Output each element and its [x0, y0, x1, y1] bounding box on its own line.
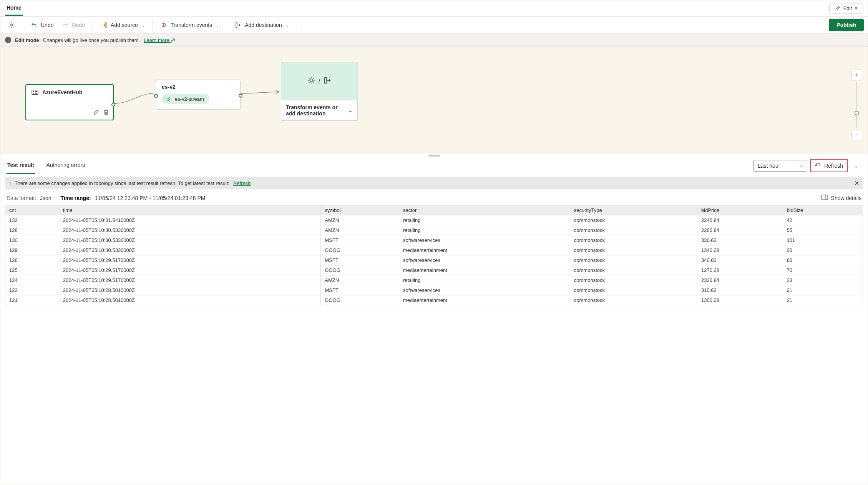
table-cell: 2024-11-05T05:10:31.5410000Z — [59, 215, 321, 225]
node-destination-placeholder[interactable]: / Transform events or add destination ⌄ — [281, 62, 358, 121]
node-source[interactable]: AzureEventHub — [25, 84, 114, 120]
table-row[interactable]: 1282024-11-05T05:10:30.5330000ZAMZNretai… — [5, 225, 863, 235]
svg-point-0 — [11, 24, 13, 26]
svg-rect-9 — [324, 77, 326, 83]
table-cell: AMZN — [321, 225, 399, 235]
table-row[interactable]: 1292024-11-05T05:10:30.5330000ZGOOGmedia… — [5, 245, 863, 255]
transform-events-button[interactable]: Transform events ⌄ — [158, 19, 222, 31]
column-header[interactable]: bidPrice — [697, 205, 783, 215]
redo-button[interactable]: Redo — [59, 19, 88, 31]
table-cell: 129 — [5, 245, 59, 255]
table-cell: 126 — [5, 255, 59, 265]
transform-gear-icon — [307, 77, 315, 86]
zoom-in-button[interactable]: + — [851, 70, 862, 80]
table-row[interactable]: 1242024-11-05T05:10:29.5170000ZAMZNretai… — [5, 275, 863, 285]
table-row[interactable]: 1222024-11-05T05:10:28.5010000ZMSFTsoftw… — [5, 285, 863, 295]
eventhub-icon — [32, 89, 38, 96]
settings-button[interactable] — [5, 19, 18, 31]
column-header[interactable]: securityType — [570, 205, 697, 215]
table-cell: 2246.84 — [697, 215, 783, 225]
table-row[interactable]: 1262024-11-05T05:10:29.5170000ZMSFTsoftw… — [5, 255, 863, 265]
undo-icon — [31, 22, 38, 28]
table-row[interactable]: 1252024-11-05T05:10:29.5170000ZGOOGmedia… — [5, 265, 863, 275]
table-cell: 2024-11-05T05:10:29.5170000Z — [59, 275, 321, 285]
time-range-value: 11/05/24 12:23:48 PM - 11/05/24 01:23:48… — [95, 195, 206, 201]
table-cell: 21 — [783, 285, 863, 295]
table-cell: 70 — [783, 265, 863, 275]
results-table: cnttimesymbolsectorsecurityTypebidPriceb… — [5, 205, 863, 305]
svg-rect-3 — [32, 90, 38, 94]
svg-rect-1 — [105, 23, 106, 27]
add-source-label: Add source — [111, 22, 138, 28]
table-cell: retailing — [399, 215, 570, 225]
tab-strip: Home Edit ▼ — [0, 0, 868, 17]
destination-out-icon — [324, 77, 331, 86]
table-cell: 340.63 — [697, 255, 783, 265]
table-cell: 101 — [783, 235, 863, 245]
undo-button[interactable]: Undo — [28, 19, 56, 31]
table-row[interactable]: 1212024-11-05T05:10:28.5010000ZGOOGmedia… — [5, 295, 863, 305]
table-cell: softwareservices — [399, 235, 570, 245]
bottom-panel: Test result Authoring errors Last hour ⌄… — [0, 157, 868, 485]
zoom-thumb[interactable] — [855, 111, 859, 115]
publish-button[interactable]: Publish — [829, 19, 864, 31]
zoom-out-button[interactable]: − — [851, 130, 862, 140]
tab-test-result[interactable]: Test result — [7, 157, 35, 174]
table-cell: 2024-11-05T05:10:30.5330000Z — [59, 235, 321, 245]
details-icon — [821, 195, 828, 201]
column-header[interactable]: cnt — [5, 205, 59, 215]
table-cell: 2024-11-05T05:10:28.5010000Z — [59, 285, 321, 295]
table-row[interactable]: 1302024-11-05T05:10:30.5330000ZMSFTsoftw… — [5, 235, 863, 245]
node-output-port[interactable] — [239, 94, 242, 98]
table-cell: 2266.84 — [697, 225, 783, 235]
table-cell: softwareservices — [399, 285, 570, 295]
add-destination-button[interactable]: Add destination ⌄ — [232, 19, 292, 31]
svg-rect-7 — [35, 93, 37, 93]
table-row[interactable]: 1322024-11-05T05:10:31.5410000ZAMZNretai… — [5, 215, 863, 225]
pipeline-canvas[interactable]: AzureEventHub es-v2 es-v2-stream — [0, 47, 868, 154]
close-alert-button[interactable]: ✕ — [854, 180, 859, 187]
table-cell: 310.63 — [697, 285, 783, 295]
table-cell: 1300.28 — [697, 295, 783, 305]
refresh-button[interactable]: Refresh — [810, 159, 848, 172]
node-stream[interactable]: es-v2 es-v2-stream — [156, 80, 241, 110]
table-cell: commonstock — [570, 245, 697, 255]
table-cell: MSFT — [321, 285, 399, 295]
column-header[interactable]: bidSize — [783, 205, 863, 215]
table-cell: 2024-11-05T05:10:29.5170000Z — [59, 255, 321, 265]
table-cell: 1270.28 — [697, 265, 783, 275]
zoom-controls: + − — [851, 70, 862, 140]
edit-node-button[interactable] — [93, 109, 99, 117]
add-source-button[interactable]: Add source ⌄ — [98, 19, 148, 31]
edit-mode-label: Edit mode — [15, 37, 39, 43]
delete-node-button[interactable] — [103, 109, 109, 117]
tab-authoring-errors[interactable]: Authoring errors — [46, 157, 86, 174]
table-cell: commonstock — [570, 275, 697, 285]
table-cell: 124 — [5, 275, 59, 285]
chevron-down-icon: ⌄ — [800, 163, 803, 168]
learn-more-link[interactable]: Learn more — [144, 37, 175, 43]
column-header[interactable]: time — [59, 205, 321, 215]
column-header[interactable]: sector — [399, 205, 570, 215]
stream-chip[interactable]: es-v2-stream — [162, 94, 209, 104]
edit-mode-dropdown[interactable]: Edit ▼ — [829, 3, 863, 14]
node-output-port[interactable] — [111, 103, 115, 107]
column-header[interactable]: symbol — [321, 205, 399, 215]
table-cell: 33 — [783, 275, 863, 285]
time-range-value: Last hour — [758, 163, 780, 169]
svg-rect-5 — [33, 93, 34, 93]
chevron-down-icon[interactable]: ⌄ — [348, 107, 353, 113]
time-range-select[interactable]: Last hour ⌄ — [753, 160, 807, 172]
results-table-wrap[interactable]: cnttimesymbolsectorsecurityTypebidPriceb… — [0, 205, 868, 485]
alert-refresh-link[interactable]: Refresh — [233, 180, 251, 186]
svg-point-8 — [310, 79, 313, 82]
expand-panel-button[interactable]: ⌄ — [851, 160, 861, 171]
panel-splitter[interactable] — [0, 154, 868, 157]
show-details-button[interactable]: Show details — [821, 195, 861, 201]
tab-home[interactable]: Home — [5, 1, 23, 16]
table-cell: 30 — [783, 245, 863, 255]
zoom-slider[interactable] — [856, 82, 857, 128]
svg-rect-6 — [35, 91, 37, 92]
svg-rect-2 — [236, 23, 237, 27]
node-input-port[interactable] — [154, 94, 158, 98]
